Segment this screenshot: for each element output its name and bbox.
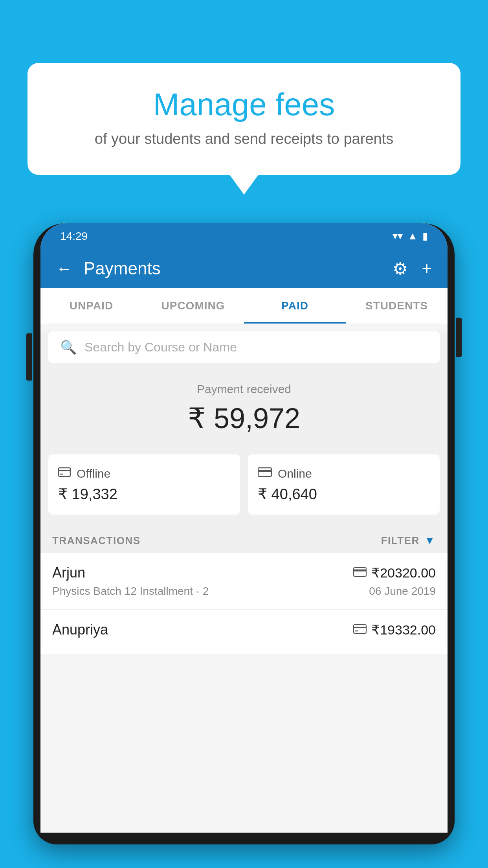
transaction-payment-icon [353, 624, 367, 636]
transaction-name: Arjun [52, 565, 85, 581]
transaction-amount-section: ₹20320.00 [353, 565, 436, 581]
app-title: Payments [84, 259, 381, 278]
transaction-amount: ₹19332.00 [371, 622, 436, 638]
svg-rect-2 [258, 468, 272, 476]
tabs-bar: UNPAID UPCOMING PAID STUDENTS [40, 288, 448, 324]
bubble-subtitle: of your students and send receipts to pa… [59, 131, 429, 147]
transaction-date: 06 June 2019 [369, 585, 436, 598]
phone-frame: 14:29 ▾▾ ▲ ▮ ← Payments ⚙ + UNPAID [33, 223, 455, 844]
payment-cards-row: Offline ₹ 19,332 Online [40, 447, 448, 526]
speech-bubble-container: Manage fees of your students and send re… [28, 63, 460, 175]
tab-upcoming[interactable]: UPCOMING [142, 288, 244, 324]
status-time: 14:29 [60, 230, 88, 243]
payment-received-label: Payment received [52, 383, 436, 396]
transaction-bottom: Physics Batch 12 Installment - 2 06 June… [52, 585, 436, 598]
app-bar: ← Payments ⚙ + [40, 249, 448, 288]
svg-rect-4 [354, 568, 366, 576]
svg-rect-6 [354, 625, 366, 633]
transactions-header: TRANSACTIONS FILTER ▼ [40, 526, 448, 553]
online-label: Online [278, 467, 312, 480]
filter-label: FILTER [381, 535, 420, 547]
offline-icon [58, 466, 71, 481]
app-bar-icons: ⚙ + [393, 259, 432, 279]
offline-label: Offline [77, 467, 110, 480]
online-amount: ₹ 40,640 [258, 485, 430, 503]
signal-icon: ▲ [407, 230, 418, 242]
online-card: Online ₹ 40,640 [248, 454, 440, 515]
add-icon[interactable]: + [422, 259, 432, 278]
back-button[interactable]: ← [56, 260, 72, 278]
transaction-name: Anupriya [52, 622, 108, 638]
transaction-amount: ₹20320.00 [371, 565, 436, 581]
search-bar[interactable]: 🔍 Search by Course or Name [48, 331, 440, 363]
transaction-top: Arjun ₹20320.00 [52, 565, 436, 581]
wifi-icon: ▾▾ [393, 230, 403, 242]
phone-screen: 14:29 ▾▾ ▲ ▮ ← Payments ⚙ + UNPAID [40, 223, 448, 833]
settings-icon[interactable]: ⚙ [393, 259, 408, 279]
transaction-payment-icon [353, 567, 367, 579]
battery-icon: ▮ [422, 230, 428, 242]
bubble-title: Manage fees [59, 86, 429, 123]
tab-unpaid[interactable]: UNPAID [40, 288, 142, 324]
offline-card-header: Offline [58, 466, 230, 481]
online-card-header: Online [258, 466, 430, 481]
content-area: 🔍 Search by Course or Name Payment recei… [40, 331, 448, 654]
svg-rect-0 [59, 468, 70, 476]
speech-bubble: Manage fees of your students and send re… [28, 63, 460, 175]
payment-total-amount: ₹ 59,972 [52, 402, 436, 435]
status-bar: 14:29 ▾▾ ▲ ▮ [40, 223, 448, 249]
transaction-amount-section: ₹19332.00 [353, 622, 436, 638]
transactions-label: TRANSACTIONS [52, 535, 141, 547]
tab-students[interactable]: STUDENTS [346, 288, 448, 324]
phone-container: 14:29 ▾▾ ▲ ▮ ← Payments ⚙ + UNPAID [33, 216, 455, 868]
filter-icon: ▼ [424, 534, 436, 547]
transaction-row[interactable]: Anupriya ₹19332.00 [40, 610, 448, 654]
filter-section[interactable]: FILTER ▼ [381, 534, 436, 547]
transaction-description: Physics Batch 12 Installment - 2 [52, 585, 209, 598]
payment-received-section: Payment received ₹ 59,972 [40, 363, 448, 447]
online-icon [258, 466, 272, 481]
search-placeholder: Search by Course or Name [84, 340, 237, 355]
transaction-row[interactable]: Arjun ₹20320.00 Physics [40, 553, 448, 610]
tab-paid[interactable]: PAID [244, 288, 346, 324]
status-icons: ▾▾ ▲ ▮ [393, 230, 428, 242]
search-icon: 🔍 [60, 339, 77, 355]
offline-amount: ₹ 19,332 [58, 485, 230, 503]
transaction-top: Anupriya ₹19332.00 [52, 622, 436, 638]
offline-card: Offline ₹ 19,332 [48, 454, 240, 515]
